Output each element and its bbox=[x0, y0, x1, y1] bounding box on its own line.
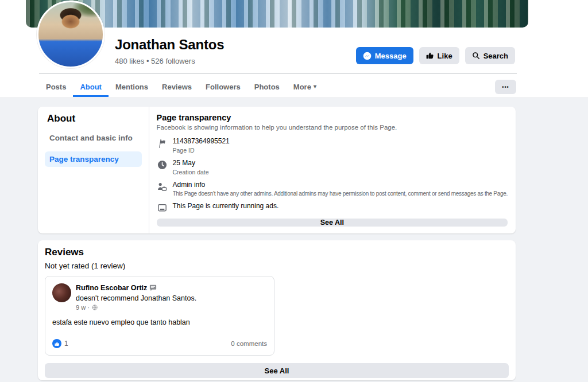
admin-info-value: Admin info bbox=[173, 181, 508, 189]
about-sidebar: About Contact and basic info Page transp… bbox=[38, 107, 149, 233]
about-heading: About bbox=[45, 113, 142, 124]
page-content: About Contact and basic info Page transp… bbox=[0, 98, 588, 382]
transparency-title: Page transparency bbox=[157, 113, 508, 122]
tab-more[interactable]: More ▾ bbox=[287, 78, 323, 97]
like-label: Like bbox=[438, 52, 452, 60]
like-count: 1 bbox=[64, 340, 68, 348]
search-label: Search bbox=[483, 52, 508, 60]
comments-count[interactable]: 0 comments bbox=[231, 340, 267, 347]
message-button[interactable]: Message bbox=[356, 47, 413, 64]
ellipsis-icon: ••• bbox=[502, 84, 509, 90]
admin-info-label: This Page doesn't have any other admins.… bbox=[173, 190, 508, 197]
ads-icon bbox=[157, 202, 168, 213]
tab-followers[interactable]: Followers bbox=[199, 78, 247, 97]
like-button[interactable]: Like bbox=[419, 47, 459, 64]
globe-icon bbox=[92, 305, 98, 310]
transparency-see-all-button[interactable]: See All bbox=[157, 219, 508, 227]
review-meta: 9 w · bbox=[76, 304, 267, 311]
like-reaction-icon bbox=[52, 339, 61, 348]
page-identity: Jonathan Santos 480 likes • 526 follower… bbox=[115, 37, 224, 65]
tab-photos[interactable]: Photos bbox=[247, 78, 287, 97]
review-action-text: doesn't recommend Jonathan Santos. bbox=[76, 294, 196, 302]
tab-reviews[interactable]: Reviews bbox=[155, 78, 199, 97]
reviews-see-all-button[interactable]: See All bbox=[45, 363, 509, 378]
review-text: estafa este nuevo empleo que tanto habla… bbox=[52, 318, 267, 326]
messenger-icon bbox=[363, 52, 372, 60]
reviewer-name[interactable]: Rufino Escobar Ortiz bbox=[76, 284, 147, 292]
header-actions: Message Like Search bbox=[356, 47, 515, 64]
facebook-page-screen: Jonathan Santos 480 likes • 526 follower… bbox=[0, 0, 588, 382]
message-label: Message bbox=[375, 52, 407, 60]
search-icon bbox=[472, 52, 480, 60]
page-header: Jonathan Santos 480 likes • 526 follower… bbox=[0, 0, 588, 98]
about-card: About Contact and basic info Page transp… bbox=[38, 107, 516, 233]
page-title: Jonathan Santos bbox=[115, 37, 224, 53]
review-footer: 1 0 comments bbox=[52, 339, 267, 348]
page-tabs: Posts About Mentions Reviews Followers P… bbox=[39, 78, 323, 97]
thumbs-up-icon bbox=[426, 52, 434, 60]
reviews-card: Reviews Not yet rated (1 review) Rufino … bbox=[38, 240, 516, 380]
running-ads-value: This Page is currently running ads. bbox=[173, 202, 279, 211]
reviews-rating-summary: Not yet rated (1 review) bbox=[45, 262, 509, 270]
profile-photo[interactable] bbox=[37, 1, 105, 68]
page-stats: 480 likes • 526 followers bbox=[115, 57, 224, 65]
review-headline: Rufino Escobar Ortiz doesn't recommend J… bbox=[76, 284, 267, 302]
reviewer-avatar[interactable] bbox=[52, 283, 71, 302]
review-header: Rufino Escobar Ortiz doesn't recommend J… bbox=[52, 283, 267, 311]
tab-mentions[interactable]: Mentions bbox=[109, 78, 155, 97]
review-reactions[interactable]: 1 bbox=[52, 339, 68, 348]
sidebar-item-page-transparency[interactable]: Page transparency bbox=[45, 151, 142, 167]
creation-date-label: Creation date bbox=[173, 169, 209, 176]
more-options-button[interactable]: ••• bbox=[495, 80, 516, 94]
creation-date-value: 25 May bbox=[173, 159, 209, 167]
page-id-label: Page ID bbox=[173, 147, 230, 154]
header-divider bbox=[39, 73, 517, 74]
page-id-row: 114387364995521 Page ID bbox=[157, 137, 508, 154]
flag-icon bbox=[157, 137, 168, 149]
admin-icon bbox=[157, 181, 168, 192]
review-timestamp: 9 w · bbox=[76, 304, 90, 311]
tab-about[interactable]: About bbox=[73, 78, 109, 97]
tab-posts[interactable]: Posts bbox=[39, 78, 73, 97]
running-ads-row: This Page is currently running ads. bbox=[157, 202, 508, 213]
creation-date-row: 25 May Creation date bbox=[157, 159, 508, 176]
admin-info-row: Admin info This Page doesn't have any ot… bbox=[157, 181, 508, 197]
search-button[interactable]: Search bbox=[465, 47, 515, 64]
page-id-value: 114387364995521 bbox=[173, 137, 230, 146]
sidebar-item-contact-basic-info[interactable]: Contact and basic info bbox=[45, 130, 142, 146]
page-transparency-panel: Page transparency Facebook is showing in… bbox=[149, 107, 516, 233]
review-bubble-icon bbox=[149, 284, 157, 291]
transparency-subtitle: Facebook is showing information to help … bbox=[157, 124, 508, 131]
review-item: Rufino Escobar Ortiz doesn't recommend J… bbox=[45, 276, 274, 356]
reviews-heading: Reviews bbox=[45, 247, 509, 258]
transparency-rows: 114387364995521 Page ID 25 May Creation … bbox=[157, 137, 508, 219]
chevron-down-icon: ▾ bbox=[314, 84, 316, 89]
clock-icon bbox=[157, 159, 168, 170]
